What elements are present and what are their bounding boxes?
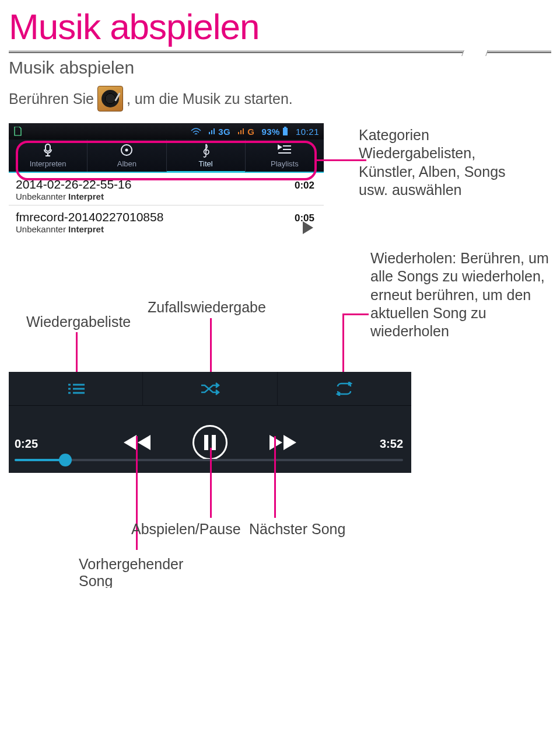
- playlist-button[interactable]: [9, 372, 143, 405]
- list-icon: [66, 382, 86, 396]
- progress-bar[interactable]: [15, 459, 403, 461]
- track-title: fmrecord-20140227010858: [16, 210, 317, 224]
- callout-playlist: Wiedergabeliste: [26, 313, 131, 330]
- callout-playpause: Abspielen/Pause: [131, 521, 241, 538]
- callout-next: Nächster Song: [249, 521, 345, 538]
- pause-bar-icon: [212, 435, 216, 450]
- shuffle-button[interactable]: [143, 372, 277, 405]
- track-row[interactable]: 2014-02-26-22-55-16 Unbekannter Interpre…: [9, 173, 324, 205]
- total-time: 3:52: [380, 437, 403, 451]
- disc-icon: [88, 143, 166, 158]
- battery-status: 93%: [261, 127, 289, 137]
- callout-prev: Vorhergehender Song: [79, 556, 195, 588]
- repeat-icon: [334, 382, 354, 396]
- screenshot-music-library: 3G G 93% 10:21 Interpreten: [9, 123, 324, 238]
- callout-shuffle: Zufallswiedergabe: [148, 299, 266, 316]
- tab-albums[interactable]: Alben: [88, 140, 166, 172]
- status-bar: 3G G 93% 10:21: [9, 123, 324, 140]
- callout-line: [274, 436, 276, 518]
- category-tabs: Interpreten Alben Titel Playlists: [9, 140, 324, 173]
- pause-bar-icon: [204, 435, 208, 450]
- track-duration: 0:02: [295, 180, 314, 191]
- shuffle-icon: [200, 382, 220, 396]
- tab-artists[interactable]: Interpreten: [9, 140, 88, 172]
- tab-playlists-label: Playlists: [271, 159, 299, 168]
- page-title: Musik abspielen: [9, 6, 551, 47]
- intro-before: Berühren Sie: [9, 90, 94, 107]
- track-artist: Unbekannter Interpret: [16, 191, 317, 201]
- intro-text: Berühren Sie , um die Musik zu starten.: [9, 86, 551, 112]
- svg-rect-1: [284, 127, 286, 128]
- callout-line: [342, 313, 369, 315]
- sdcard-icon: [13, 127, 22, 136]
- tab-titles-label: Titel: [199, 159, 213, 168]
- section-rule: [9, 51, 551, 53]
- tab-playlists[interactable]: Playlists: [246, 140, 324, 172]
- section-subtitle: Musik abspielen: [9, 58, 551, 78]
- callout-categories: Kategorien Wiedergabelisten, Künstler, A…: [359, 123, 534, 199]
- treble-clef-icon: [167, 143, 245, 158]
- track-title: 2014-02-26-22-55-16: [16, 177, 317, 191]
- signal-g: G: [237, 127, 254, 137]
- track-artist: Unbekannter Interpret: [16, 224, 317, 234]
- callout-line: [210, 318, 212, 380]
- elapsed-time: 0:25: [15, 437, 38, 451]
- callout-line: [317, 159, 366, 161]
- svg-rect-0: [283, 128, 288, 135]
- track-row[interactable]: fmrecord-20140227010858 Unbekannter Inte…: [9, 205, 324, 238]
- signal-3g: 3G: [208, 127, 230, 137]
- wifi-icon: [191, 127, 201, 135]
- svg-point-3: [125, 149, 128, 152]
- tab-titles[interactable]: Titel: [167, 140, 246, 173]
- tab-albums-label: Alben: [117, 159, 136, 168]
- forward-icon: [268, 433, 299, 452]
- music-app-icon: [97, 86, 123, 112]
- callout-repeat: Wiederholen: Berühren, um alle Songs zu …: [370, 249, 551, 340]
- intro-after: , um die Musik zu starten.: [127, 90, 293, 107]
- next-button[interactable]: [268, 433, 299, 452]
- callout-line: [342, 313, 344, 381]
- clock: 10:21: [296, 127, 319, 137]
- repeat-button[interactable]: [278, 372, 411, 405]
- playlist-icon: [246, 143, 324, 158]
- play-icon[interactable]: [303, 221, 313, 234]
- tab-artists-label: Interpreten: [30, 159, 66, 168]
- microphone-icon: [9, 143, 87, 158]
- callout-line: [210, 448, 212, 518]
